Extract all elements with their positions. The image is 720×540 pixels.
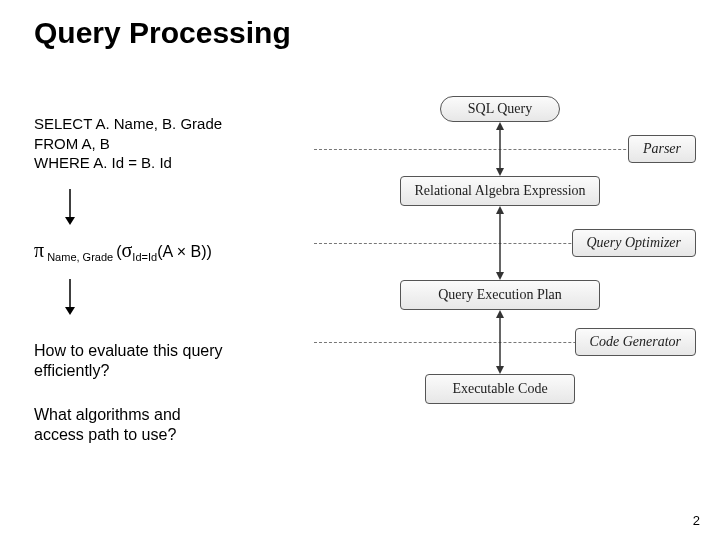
sigma-symbol: σ — [122, 239, 133, 261]
svg-marker-11 — [496, 310, 504, 318]
question-2-line-1: What algorithms and — [34, 405, 314, 425]
stage-relational-algebra: Relational Algebra Expression — [400, 176, 600, 206]
stage-executable-code: Executable Code — [425, 374, 575, 404]
stage-execution-plan: Query Execution Plan — [400, 280, 600, 310]
sql-line-1: SELECT A. Name, B. Grade — [34, 114, 314, 134]
page-number: 2 — [693, 513, 700, 528]
question-2: What algorithms and access path to use? — [34, 405, 314, 445]
svg-marker-12 — [496, 366, 504, 374]
question-1-line-1: How to evaluate this query — [34, 341, 314, 361]
arrow-down-icon — [64, 189, 314, 225]
question-2-line-2: access path to use? — [34, 425, 314, 445]
phase-label-optimizer: Query Optimizer — [572, 229, 697, 257]
right-column: SQL Query Parser Relational Algebra Expr… — [314, 88, 686, 445]
svg-marker-3 — [65, 307, 75, 315]
sql-block: SELECT A. Name, B. Grade FROM A, B WHERE… — [34, 114, 314, 173]
svg-marker-8 — [496, 206, 504, 214]
sql-line-3: WHERE A. Id = B. Id — [34, 153, 314, 173]
question-1: How to evaluate this query efficiently? — [34, 341, 314, 381]
phase-parser: Parser — [314, 122, 686, 176]
sql-line-2: FROM A, B — [34, 134, 314, 154]
phase-label-parser: Parser — [628, 135, 696, 163]
pi-subscript: Name, Grade — [44, 251, 116, 263]
relational-algebra: π Name, Grade (σId=Id(A × B)) — [34, 239, 314, 263]
question-1-line-2: efficiently? — [34, 361, 314, 381]
flow-diagram: SQL Query Parser Relational Algebra Expr… — [314, 88, 686, 404]
stage-sql-query: SQL Query — [440, 96, 560, 122]
sigma-subscript: Id=Id — [132, 251, 157, 263]
svg-marker-6 — [496, 168, 504, 176]
phase-optimizer: Query Optimizer — [314, 206, 686, 280]
phase-codegen: Code Generator — [314, 310, 686, 374]
phase-label-codegen: Code Generator — [575, 328, 696, 356]
svg-marker-1 — [65, 217, 75, 225]
ra-inner: (A × B)) — [157, 243, 212, 260]
pi-symbol: π — [34, 239, 44, 261]
arrow-down-icon — [64, 279, 314, 315]
left-column: SELECT A. Name, B. Grade FROM A, B WHERE… — [34, 88, 314, 445]
slide-title: Query Processing — [34, 16, 686, 50]
svg-marker-9 — [496, 272, 504, 280]
svg-marker-5 — [496, 122, 504, 130]
